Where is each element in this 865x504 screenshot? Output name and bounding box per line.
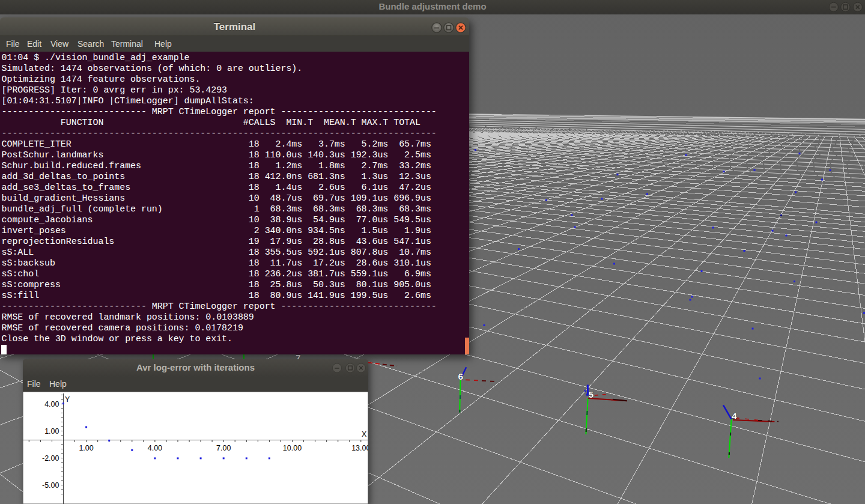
svg-text:1.00: 1.00 bbox=[44, 427, 59, 436]
svg-text:7.00: 7.00 bbox=[216, 444, 231, 452]
svg-text:1.00: 1.00 bbox=[79, 444, 93, 452]
svg-text:4: 4 bbox=[732, 411, 737, 421]
svg-text:13.00: 13.00 bbox=[351, 444, 368, 452]
svg-text:X: X bbox=[362, 430, 367, 439]
svg-text:6: 6 bbox=[458, 371, 464, 381]
svg-text:Y: Y bbox=[65, 395, 70, 404]
svg-text:4.00: 4.00 bbox=[44, 400, 59, 408]
svg-text:5: 5 bbox=[589, 389, 594, 399]
svg-text:-5.00: -5.00 bbox=[42, 481, 59, 490]
svg-text:4.00: 4.00 bbox=[148, 444, 162, 452]
svg-text:10.00: 10.00 bbox=[283, 444, 302, 452]
svg-text:-2.00: -2.00 bbox=[42, 454, 59, 463]
